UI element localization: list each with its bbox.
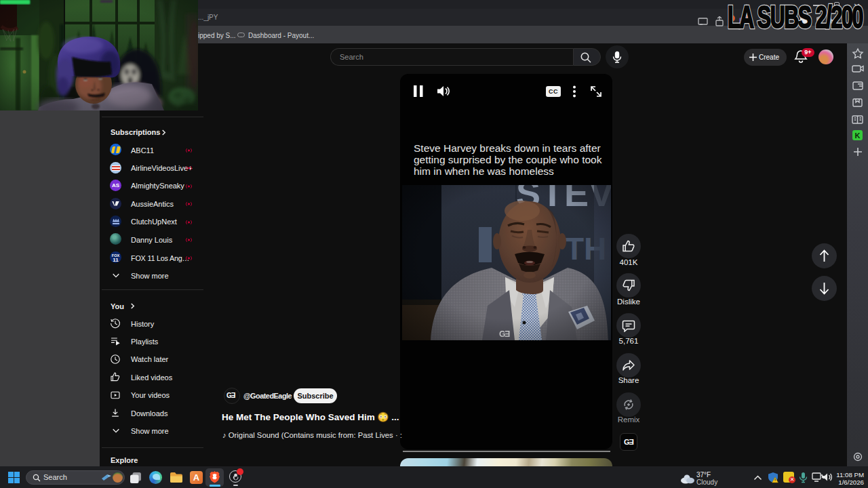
svg-text:K: K [855, 131, 861, 140]
svg-text:LA SUBS 2/200: LA SUBS 2/200 [728, 0, 863, 35]
